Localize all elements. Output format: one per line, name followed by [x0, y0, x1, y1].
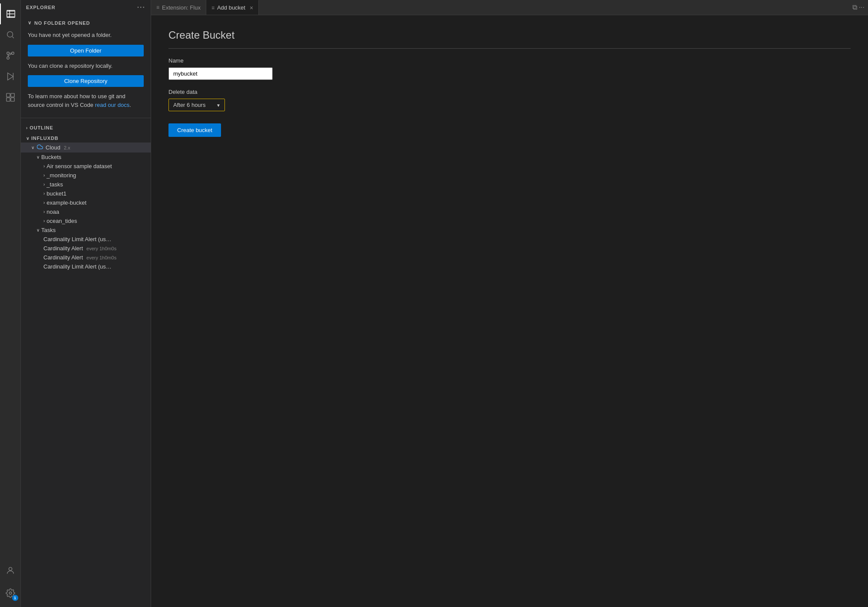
chevron-right-icon: › — [26, 126, 28, 130]
tasks-title: Tasks — [41, 227, 56, 233]
task-name: Cardinality Limit Alert (usage ... — [43, 263, 113, 270]
sidebar-header: EXPLORER ··· — [21, 0, 151, 15]
influxdb-section: ∨ INFLUXDB ∨ Cloud 2.x ∨ Buckets › A — [21, 134, 151, 607]
task-item[interactable]: Cardinality Alert every 1h0m0s — [21, 244, 151, 253]
extensions-icon[interactable] — [0, 87, 21, 108]
task-item[interactable]: Cardinality Limit Alert (usage ... — [21, 262, 151, 271]
bucket-item[interactable]: › noaa — [21, 207, 151, 216]
delete-data-field-group: Delete data After 6 hours Never After 1 … — [168, 89, 851, 111]
chevron-right-icon: › — [43, 219, 45, 223]
clone-text: You can clone a repository locally. — [28, 62, 144, 70]
tasks-header[interactable]: ∨ Tasks — [21, 226, 151, 235]
svg-rect-7 — [6, 93, 10, 97]
svg-point-1 — [7, 32, 13, 37]
account-icon[interactable] — [0, 560, 21, 581]
svg-point-2 — [7, 52, 9, 55]
tab-bar-actions: ⧉ ··· — [849, 3, 868, 11]
bucket-item[interactable]: › example-bucket — [21, 198, 151, 207]
delete-data-select[interactable]: After 6 hours Never After 1 hour After 1… — [168, 99, 225, 111]
no-folder-section: ∨ NO FOLDER OPENED You have not yet open… — [21, 15, 151, 114]
svg-point-4 — [7, 57, 9, 60]
tab-bar: ≡ Extension: Flux ≡ Add bucket × ⧉ ··· — [151, 0, 868, 15]
sidebar: EXPLORER ··· ∨ NO FOLDER OPENED You have… — [21, 0, 151, 607]
chevron-down-icon: ∨ — [28, 20, 32, 26]
svg-point-12 — [9, 592, 12, 594]
svg-point-3 — [11, 52, 14, 55]
create-bucket-button[interactable]: Create bucket — [168, 123, 221, 137]
main-area: ≡ Extension: Flux ≡ Add bucket × ⧉ ··· C… — [151, 0, 868, 607]
name-label: Name — [168, 57, 851, 64]
tab-add-bucket[interactable]: ≡ Add bucket × — [206, 0, 259, 15]
no-folder-heading: ∨ NO FOLDER OPENED — [28, 20, 144, 26]
cloud-icon — [37, 144, 43, 151]
chevron-down-icon: ∨ — [36, 228, 40, 232]
tab-icon: ≡ — [211, 5, 215, 11]
activity-bar: 1 — [0, 0, 21, 607]
settings-badge: 1 — [12, 595, 18, 601]
outline-header[interactable]: › OUTLINE — [21, 123, 151, 132]
explorer-title: EXPLORER — [26, 5, 56, 10]
chevron-down-icon: ∨ — [26, 136, 30, 141]
task-name: Cardinality Alert — [43, 254, 83, 261]
tab-extension-flux[interactable]: ≡ Extension: Flux — [151, 0, 206, 15]
task-name: Cardinality Limit Alert (usage ... — [43, 236, 113, 242]
cloud-version: 2.x — [64, 145, 70, 150]
svg-point-11 — [9, 567, 12, 571]
task-item[interactable]: Cardinality Limit Alert (usage ... — [21, 235, 151, 244]
bucket-item[interactable]: › Air sensor sample dataset — [21, 162, 151, 171]
settings-icon[interactable]: 1 — [0, 583, 21, 604]
svg-rect-8 — [10, 93, 14, 97]
open-folder-button[interactable]: Open Folder — [28, 45, 144, 56]
tab-icon: ≡ — [156, 4, 159, 10]
chevron-right-icon: › — [43, 173, 45, 178]
page-title: Create Bucket — [168, 29, 851, 49]
bucket-item[interactable]: › bucket1 — [21, 189, 151, 198]
content-area: Create Bucket Name Delete data After 6 h… — [151, 15, 868, 607]
task-schedule: every 1h0m0s — [86, 255, 116, 260]
no-folder-text: You have not yet opened a folder. — [28, 31, 144, 40]
task-schedule: every 1h0m0s — [86, 246, 116, 251]
search-icon[interactable] — [0, 24, 21, 45]
chevron-right-icon: › — [43, 164, 45, 169]
buckets-header[interactable]: ∨ Buckets — [21, 153, 151, 162]
task-item[interactable]: Cardinality Alert every 1h0m0s — [21, 253, 151, 262]
svg-rect-9 — [6, 98, 10, 101]
outline-title: OUTLINE — [30, 125, 53, 130]
cloud-item[interactable]: ∨ Cloud 2.x — [21, 143, 151, 153]
chevron-down-icon: ∨ — [31, 145, 34, 150]
source-control-icon[interactable] — [0, 45, 21, 66]
task-name: Cardinality Alert — [43, 245, 83, 252]
svg-marker-5 — [7, 73, 13, 80]
influxdb-title: INFLUXDB — [31, 136, 59, 141]
read-docs-link[interactable]: read our docs — [95, 102, 130, 108]
chevron-right-icon: › — [43, 200, 45, 205]
split-editor-icon[interactable]: ⧉ — [852, 3, 857, 11]
outline-section: › OUTLINE — [21, 122, 151, 134]
chevron-down-icon: ∨ — [36, 155, 40, 159]
name-field-group: Name — [168, 57, 851, 80]
influxdb-header[interactable]: ∨ INFLUXDB — [21, 134, 151, 143]
divider-1 — [21, 118, 151, 118]
bucket-item[interactable]: › _monitoring — [21, 171, 151, 180]
sidebar-more-button[interactable]: ··· — [137, 3, 145, 11]
svg-rect-10 — [10, 98, 14, 101]
tab-close-button[interactable]: × — [250, 4, 253, 11]
bucket-item[interactable]: › _tasks — [21, 180, 151, 189]
chevron-right-icon: › — [43, 209, 45, 214]
clone-repository-button[interactable]: Clone Repository — [28, 75, 144, 87]
delete-data-label: Delete data — [168, 89, 851, 95]
tab-label: Extension: Flux — [162, 4, 201, 11]
learn-more-text: To learn more about how to use git and s… — [28, 92, 144, 109]
name-input[interactable] — [168, 67, 273, 80]
files-icon[interactable] — [0, 3, 21, 24]
buckets-title: Buckets — [41, 154, 61, 160]
more-actions-icon[interactable]: ··· — [859, 3, 865, 11]
bucket-item[interactable]: › ocean_tides — [21, 216, 151, 226]
delete-data-select-wrapper: After 6 hours Never After 1 hour After 1… — [168, 99, 225, 111]
tab-label: Add bucket — [217, 4, 245, 11]
chevron-right-icon: › — [43, 191, 45, 196]
run-icon[interactable] — [0, 66, 21, 87]
cloud-name: Cloud — [46, 144, 60, 151]
chevron-right-icon: › — [43, 182, 45, 187]
